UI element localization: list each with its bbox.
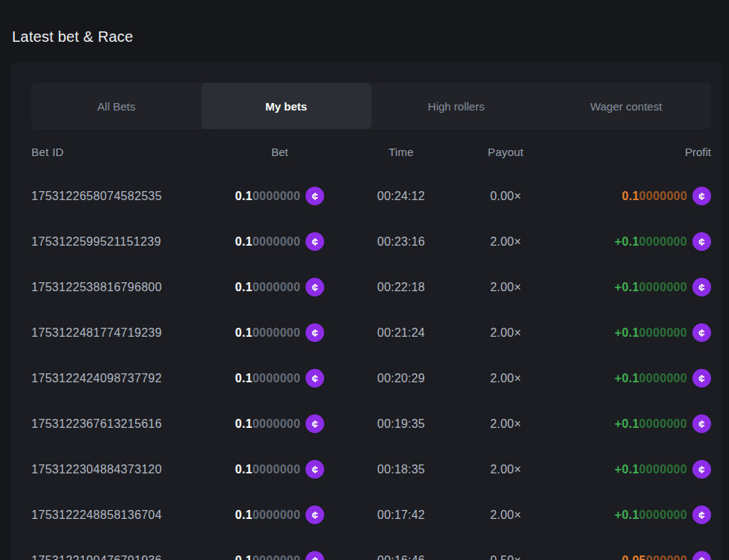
cent-coin-icon: ¢ [305, 414, 324, 433]
cent-coin-icon: ¢ [692, 414, 711, 433]
bet-id-value: 1753122599521151239 [31, 235, 211, 249]
tab-wager-contest[interactable]: Wager contest [542, 83, 712, 129]
table-row[interactable]: 1753122424098737792 0.10000000 ¢ 00:20:2… [31, 355, 711, 401]
table-row[interactable]: 1753122599521151239 0.10000000 ¢ 00:23:1… [31, 219, 711, 264]
bet-id-value: 1753122538816796800 [31, 281, 211, 294]
profit-amount: +0.10000000 [615, 235, 687, 249]
time-value: 00:17:42 [349, 508, 453, 522]
bet-amount: 0.10000000 [235, 417, 301, 431]
tab-high-rollers[interactable]: High rollers [371, 83, 542, 129]
tab-bar: All Bets My bets High rollers Wager cont… [31, 83, 711, 129]
tab-label: All Bets [97, 100, 135, 113]
cent-coin-icon: ¢ [305, 323, 324, 342]
profit-amount: 0.10000000 [621, 190, 687, 203]
page: Latest bet & Race All Bets My bets High … [0, 27, 729, 560]
payout-value: 2.00× [453, 326, 558, 340]
profit-cell: 0.05000000 ¢ [558, 551, 711, 560]
profit-amount: +0.10000000 [615, 326, 687, 340]
bet-amount: 0.10000000 [235, 281, 301, 294]
table-row[interactable]: 1753122190476791936 0.10000000 ¢ 00:16:4… [31, 538, 711, 560]
payout-value: 2.00× [453, 235, 558, 249]
cent-coin-icon: ¢ [692, 323, 711, 342]
bet-amount: 0.10000000 [235, 463, 301, 476]
profit-amount: 0.05000000 [621, 554, 687, 560]
profit-cell: +0.10000000 ¢ [558, 232, 711, 251]
column-header-time: Time [349, 146, 453, 158]
time-value: 00:16:46 [349, 554, 453, 560]
payout-value: 2.00× [453, 463, 558, 476]
time-value: 00:24:12 [349, 190, 453, 203]
bet-id-value: 1753122304884373120 [31, 463, 211, 476]
bet-amount-cell: 0.10000000 ¢ [211, 232, 349, 251]
tab-all-bets[interactable]: All Bets [31, 83, 202, 129]
tab-label: Wager contest [590, 100, 662, 113]
column-header-bet: Bet [211, 146, 349, 158]
profit-cell: +0.10000000 ¢ [558, 278, 711, 296]
table-row[interactable]: 1753122304884373120 0.10000000 ¢ 00:18:3… [31, 447, 711, 492]
bet-amount-cell: 0.10000000 ¢ [211, 460, 349, 479]
cent-coin-icon: ¢ [305, 551, 324, 560]
cent-coin-icon: ¢ [305, 460, 324, 479]
table-row[interactable]: 1753122248858136704 0.10000000 ¢ 00:17:4… [31, 492, 711, 538]
profit-amount: +0.10000000 [615, 372, 687, 385]
cent-coin-icon: ¢ [692, 460, 711, 479]
table-body: 1753122658074582535 0.10000000 ¢ 00:24:1… [31, 173, 711, 560]
payout-value: 0.00× [453, 190, 558, 203]
bet-id-value: 1753122190476791936 [31, 554, 211, 560]
payout-value: 2.00× [453, 372, 558, 385]
bet-amount-cell: 0.10000000 ¢ [211, 551, 349, 560]
profit-cell: +0.10000000 ¢ [558, 369, 711, 388]
profit-cell: +0.10000000 ¢ [558, 414, 711, 433]
payout-value: 0.50× [453, 554, 558, 560]
cent-coin-icon: ¢ [305, 232, 324, 251]
column-header-bet-id: Bet ID [31, 146, 211, 158]
cent-coin-icon: ¢ [692, 505, 711, 524]
profit-amount: +0.10000000 [615, 508, 687, 522]
table-row[interactable]: 1753122367613215616 0.10000000 ¢ 00:19:3… [31, 401, 711, 447]
cent-coin-icon: ¢ [692, 551, 711, 560]
time-value: 00:19:35 [349, 417, 453, 431]
cent-coin-icon: ¢ [305, 278, 324, 296]
time-value: 00:21:24 [349, 326, 453, 340]
bet-amount-cell: 0.10000000 ¢ [211, 369, 349, 388]
cent-coin-icon: ¢ [692, 369, 711, 388]
tab-label: My bets [265, 100, 307, 113]
bet-amount-cell: 0.10000000 ¢ [211, 187, 349, 205]
bet-amount-cell: 0.10000000 ¢ [211, 505, 349, 524]
bet-amount: 0.10000000 [235, 190, 301, 203]
cent-coin-icon: ¢ [305, 369, 324, 388]
table-row[interactable]: 1753122481774719239 0.10000000 ¢ 00:21:2… [31, 310, 711, 355]
payout-value: 2.00× [453, 281, 558, 294]
time-value: 00:18:35 [349, 463, 453, 476]
profit-amount: +0.10000000 [615, 463, 687, 476]
cent-coin-icon: ¢ [692, 232, 711, 251]
bet-amount: 0.10000000 [235, 508, 301, 522]
tab-my-bets[interactable]: My bets [202, 83, 372, 129]
bet-amount: 0.10000000 [235, 326, 301, 340]
bet-amount: 0.10000000 [235, 235, 301, 249]
time-value: 00:22:18 [349, 281, 453, 294]
cent-coin-icon: ¢ [305, 505, 324, 524]
time-value: 00:23:16 [349, 235, 453, 249]
column-header-payout: Payout [453, 146, 558, 158]
bet-amount-cell: 0.10000000 ¢ [211, 414, 349, 433]
profit-amount: +0.10000000 [615, 281, 687, 294]
time-value: 00:20:29 [349, 372, 453, 385]
bet-amount: 0.10000000 [235, 554, 301, 560]
bet-id-value: 1753122481774719239 [31, 326, 211, 340]
column-header-profit: Profit [558, 146, 711, 158]
bet-id-value: 1753122367613215616 [31, 417, 211, 431]
cent-coin-icon: ¢ [692, 187, 711, 205]
bet-amount-cell: 0.10000000 ¢ [211, 323, 349, 342]
table-row[interactable]: 1753122538816796800 0.10000000 ¢ 00:22:1… [31, 264, 711, 310]
cent-coin-icon: ¢ [692, 278, 711, 296]
table-header-row: Bet ID Bet Time Payout Profit [31, 135, 711, 168]
bets-panel: All Bets My bets High rollers Wager cont… [10, 62, 722, 560]
cent-coin-icon: ¢ [305, 187, 324, 205]
profit-cell: 0.10000000 ¢ [558, 187, 711, 205]
page-title: Latest bet & Race [12, 27, 729, 46]
tab-label: High rollers [428, 100, 485, 113]
table-row[interactable]: 1753122658074582535 0.10000000 ¢ 00:24:1… [31, 173, 711, 219]
bet-id-value: 1753122658074582535 [31, 190, 211, 203]
payout-value: 2.00× [453, 508, 558, 522]
